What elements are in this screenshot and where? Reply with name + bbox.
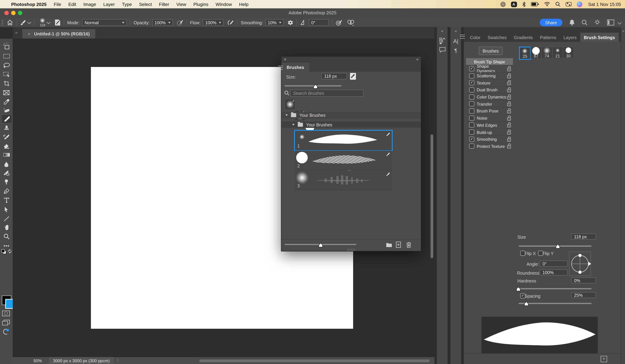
brush-picker-chevron-icon[interactable] [46, 20, 50, 24]
pressure-opacity-icon[interactable] [176, 19, 183, 26]
notifications-bell-icon[interactable] [569, 19, 575, 26]
spotlight-icon[interactable] [555, 1, 560, 7]
brush-tip-87[interactable]: 87 [531, 47, 542, 59]
angle-input[interactable]: 0° [309, 19, 329, 26]
brushes-panel-menu-icon[interactable] [278, 66, 283, 70]
menu-select[interactable]: Select [139, 2, 152, 6]
crop-tool[interactable] [1, 79, 11, 88]
dodge-tool[interactable] [1, 178, 11, 186]
brush-angle-icon[interactable] [300, 20, 307, 25]
setting-color-dynamics[interactable]: Color Dynamics [466, 93, 513, 100]
folder-expand-icon[interactable] [292, 124, 295, 125]
tab-layers[interactable]: Layers [560, 33, 580, 42]
roundness-input[interactable] [540, 269, 568, 275]
character-panel-icon[interactable]: A| [450, 38, 461, 44]
wifi-icon[interactable] [544, 2, 550, 6]
checkbox[interactable]: ✓ [469, 137, 474, 142]
menu-plugins[interactable]: Plugins [193, 2, 208, 6]
search-icon[interactable] [582, 20, 588, 26]
comments-panel-icon[interactable] [439, 47, 446, 53]
angle-roundness-widget[interactable] [569, 251, 592, 276]
control-center-icon[interactable] [565, 2, 571, 6]
spacing-input[interactable] [571, 292, 596, 298]
thumbnail-size-slider-thumb[interactable] [318, 243, 323, 247]
tool-preset-chevron-icon[interactable] [27, 20, 31, 24]
screen-mode-icon[interactable] [2, 320, 10, 327]
pressure-size-icon[interactable] [336, 19, 342, 26]
brush-item-2[interactable]: 2 [295, 151, 392, 170]
setting-noise[interactable]: Noise [466, 114, 513, 121]
tab-strip-overflow-icon[interactable]: » [15, 30, 17, 34]
lock-icon[interactable] [507, 87, 511, 92]
document-tab[interactable]: × Untitled-1 @ 50% (RGB/16) [22, 29, 95, 39]
panel-menu-icon[interactable] [460, 35, 465, 39]
vertical-scrollbar[interactable] [431, 134, 433, 258]
menu-image[interactable]: Image [83, 2, 96, 6]
brush-tip-30[interactable]: 30 [563, 47, 574, 59]
setting-transfer[interactable]: Transfer [466, 100, 513, 107]
checkbox[interactable] [469, 122, 474, 128]
mode-select[interactable]: Normal [82, 19, 127, 26]
checkbox[interactable] [469, 87, 474, 92]
history-brush-tool[interactable] [1, 133, 11, 141]
line-tool[interactable] [1, 214, 11, 223]
setting-texture[interactable]: ✓Texture [466, 79, 513, 86]
smoothing-gear-icon[interactable] [287, 19, 293, 26]
default-colors-icon[interactable] [1, 249, 6, 256]
lock-icon[interactable] [507, 73, 511, 78]
collapse-strip-icon[interactable]: « [437, 29, 448, 33]
airbrush-icon[interactable] [227, 19, 234, 26]
lock-icon[interactable] [507, 144, 511, 149]
brush-search-input[interactable]: Search Brushes [290, 90, 364, 97]
recent-brush-1[interactable] [285, 99, 295, 110]
type-tool[interactable] [1, 196, 11, 204]
frame-tool[interactable] [1, 89, 11, 97]
checkbox[interactable] [469, 101, 474, 106]
menu-type[interactable]: Type [122, 2, 132, 6]
brush-size-slider-thumb[interactable] [313, 84, 318, 89]
lock-icon[interactable] [507, 115, 511, 121]
menu-file[interactable]: File [54, 2, 61, 6]
lock-icon[interactable] [507, 137, 511, 142]
object-selection-tool[interactable] [1, 70, 11, 79]
bluetooth-icon[interactable] [522, 1, 526, 7]
folder-expand-icon[interactable] [285, 114, 288, 116]
setting-wet-edges[interactable]: Wet Edges [466, 121, 513, 128]
folder-your-brushes[interactable]: Your Brushes [281, 112, 421, 118]
setting-protect-texture[interactable]: Protect Texture [466, 143, 513, 150]
checkbox[interactable] [469, 144, 474, 149]
brush-item-1[interactable]: 1 [295, 131, 392, 150]
lock-icon[interactable] [507, 108, 511, 114]
brushes-tab[interactable]: Brushes [281, 62, 309, 72]
setting-build-up[interactable]: Build-up [466, 128, 513, 135]
spot-healing-tool[interactable] [1, 106, 11, 115]
tab-swatches[interactable]: Swatches [484, 33, 510, 42]
folder-your-brushes-nested[interactable]: Your Brushes [281, 121, 421, 128]
menu-layer[interactable]: Layer [103, 2, 115, 6]
lock-icon[interactable] [507, 101, 511, 106]
hand-tool[interactable] [1, 223, 11, 232]
spacing-slider[interactable] [519, 303, 592, 304]
hardness-input[interactable] [571, 277, 596, 283]
menu-help[interactable]: Help [239, 2, 249, 6]
hardness-slider-thumb[interactable] [516, 286, 521, 291]
new-brush-icon[interactable] [396, 242, 401, 248]
brushes-panel-close-icon[interactable]: × [284, 57, 286, 62]
gradient-tool[interactable] [1, 151, 11, 159]
collapse-strip-icon[interactable]: « [450, 29, 461, 33]
setting-brush-pose[interactable]: Brush Pose [466, 107, 513, 114]
setting-shape-dynamics[interactable]: ✓Shape Dynamics [466, 65, 513, 72]
setting-smoothing[interactable]: ✓Smoothing [466, 135, 513, 143]
brush-size-input[interactable] [321, 73, 347, 79]
hardness-slider[interactable] [519, 288, 592, 289]
lock-icon[interactable] [507, 94, 511, 99]
clone-stamp-tool[interactable] [1, 123, 11, 132]
lock-icon[interactable] [507, 80, 511, 85]
smoothing-select[interactable]: 10% [265, 19, 284, 26]
discover-lightbulb-icon[interactable] [594, 19, 601, 26]
new-group-folder-icon[interactable] [386, 242, 392, 247]
panel-resize-grip[interactable] [347, 249, 355, 250]
tab-gradients[interactable]: Gradients [510, 33, 536, 42]
checkbox[interactable] [469, 94, 474, 99]
brush-item-3[interactable]: 3 [295, 171, 392, 190]
